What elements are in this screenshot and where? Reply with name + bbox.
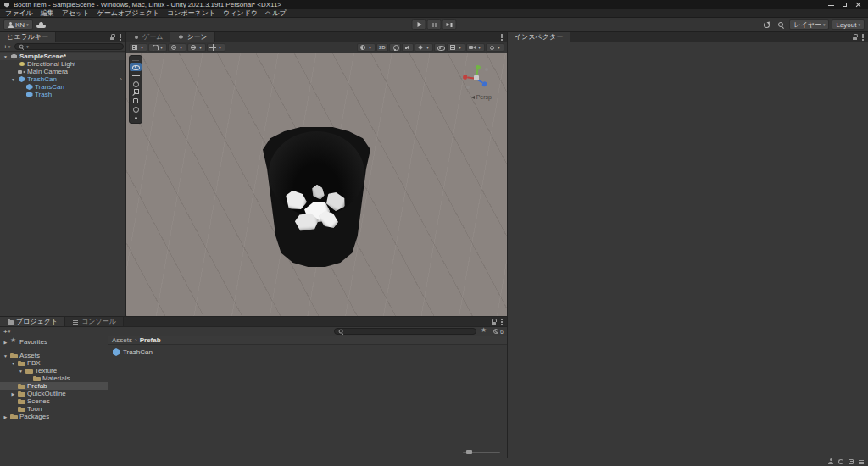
- cloud-services-button[interactable]: [36, 19, 47, 30]
- lock-icon[interactable]: [852, 34, 858, 41]
- project-search[interactable]: [334, 328, 476, 335]
- menu-item[interactable]: 編集: [41, 8, 54, 18]
- undo-history-button[interactable]: [760, 19, 772, 30]
- tab-inspector[interactable]: インスペクター: [508, 32, 570, 42]
- create-object-button[interactable]: +▾: [2, 43, 12, 51]
- play-control-button[interactable]: [442, 19, 457, 30]
- global-search-button[interactable]: [775, 19, 787, 30]
- folder-tree-item[interactable]: Toon: [0, 405, 108, 413]
- foldout-icon[interactable]: ▶: [10, 391, 16, 397]
- scene-tool-button[interactable]: ▾: [466, 43, 485, 52]
- folder-tree-item[interactable]: ▶ QuickOutline: [0, 390, 108, 397]
- window-control-button[interactable]: [837, 0, 851, 9]
- view-tab[interactable]: ゲーム: [126, 32, 170, 42]
- hierarchy-item[interactable]: ▼ SampleScene*: [0, 53, 125, 60]
- menu-item[interactable]: アセット: [62, 8, 90, 18]
- hierarchy-item[interactable]: ▼ TrashCan ›: [0, 75, 125, 83]
- tool-button[interactable]: [130, 105, 142, 114]
- panel-menu-icon[interactable]: [861, 33, 865, 41]
- lock-icon[interactable]: [109, 34, 115, 41]
- scene-tool-button[interactable]: [434, 43, 446, 52]
- palette-grip[interactable]: [132, 58, 139, 61]
- menu-item[interactable]: ウィンドウ: [223, 8, 258, 18]
- foldout-icon[interactable]: ▶: [3, 414, 8, 419]
- hierarchy-item[interactable]: Directional Light: [0, 60, 125, 68]
- negative-axis-icon[interactable]: [485, 68, 488, 71]
- foldout-icon[interactable]: ▼: [18, 369, 24, 374]
- folder-tree-item[interactable]: ▶ Favorites: [0, 338, 108, 346]
- scene-tool-button[interactable]: ▾: [415, 43, 433, 52]
- scene-tool-button[interactable]: ▾: [168, 43, 186, 52]
- tool-button[interactable]: [130, 63, 142, 71]
- scene-tool-button[interactable]: [376, 43, 388, 52]
- foldout-icon[interactable]: ▼: [10, 77, 16, 82]
- menu-item[interactable]: コンポーネント: [167, 8, 215, 18]
- hierarchy-search[interactable]: ▾: [14, 43, 124, 50]
- status-icon[interactable]: [837, 458, 844, 466]
- panel-menu-icon[interactable]: [500, 33, 504, 41]
- status-icon[interactable]: [827, 458, 834, 466]
- hierarchy-search-input[interactable]: [30, 44, 120, 50]
- foldout-icon[interactable]: ▼: [3, 54, 8, 59]
- layout-dropdown[interactable]: Layout ▾: [832, 19, 865, 30]
- foldout-icon[interactable]: ▼: [3, 353, 8, 358]
- status-icon[interactable]: [858, 458, 865, 466]
- lock-icon[interactable]: [491, 319, 497, 325]
- scene-tool-button[interactable]: ▾: [207, 43, 225, 52]
- scene-tool-button[interactable]: ▾: [148, 43, 167, 52]
- menu-item[interactable]: ファイル: [5, 8, 33, 18]
- create-asset-button[interactable]: +▾: [2, 328, 12, 336]
- folder-tree-item[interactable]: Scenes: [0, 397, 108, 405]
- hierarchy-item[interactable]: TransCan: [0, 83, 125, 91]
- hierarchy-item[interactable]: Main Camera: [0, 68, 125, 75]
- folder-tree-item[interactable]: Prefab: [0, 382, 108, 390]
- play-control-button[interactable]: [427, 19, 442, 30]
- play-control-button[interactable]: [412, 19, 426, 30]
- slider-thumb[interactable]: [466, 450, 472, 454]
- folder-tree-item[interactable]: ▼ Assets: [0, 352, 108, 359]
- account-button[interactable]: KN ▾: [3, 19, 33, 30]
- tool-button[interactable]: [130, 97, 142, 105]
- scene-tool-button[interactable]: ▾: [357, 43, 376, 52]
- scene-tool-button[interactable]: [402, 43, 414, 52]
- project-toolbar-button[interactable]: [479, 327, 490, 336]
- folder-tree-item[interactable]: ▼ FBX: [0, 359, 108, 367]
- tool-button[interactable]: [130, 88, 142, 97]
- menu-item[interactable]: ゲームオブジェクト: [97, 8, 160, 18]
- window-control-button[interactable]: [851, 0, 865, 9]
- tab-hierarchy[interactable]: ヒエラルキー: [0, 32, 56, 42]
- scene-tool-button[interactable]: ▾: [187, 43, 206, 52]
- scene-tool-button[interactable]: ▾: [447, 43, 465, 52]
- scene-tool-button[interactable]: [389, 43, 401, 52]
- thumbnail-size-slider[interactable]: [463, 449, 500, 455]
- folder-tree-item[interactable]: Materials: [0, 374, 108, 382]
- scene-viewport[interactable]: Persp: [126, 53, 507, 316]
- tool-button[interactable]: [130, 80, 142, 88]
- negative-axis-icon[interactable]: [466, 86, 470, 89]
- folder-tree-item[interactable]: ▶ Packages: [0, 413, 108, 420]
- menu-item[interactable]: ヘルプ: [265, 8, 287, 18]
- hierarchy-item[interactable]: Trash: [0, 91, 125, 98]
- breadcrumb-root[interactable]: Assets: [112, 336, 132, 344]
- folder-tree-item[interactable]: ▼ Texture: [0, 367, 108, 374]
- scene-tool-button[interactable]: ▾: [129, 43, 147, 52]
- status-icon[interactable]: [848, 458, 854, 466]
- layers-dropdown[interactable]: レイヤー ▾: [789, 19, 829, 30]
- foldout-icon[interactable]: ▼: [10, 361, 16, 366]
- panel-menu-icon[interactable]: [119, 33, 122, 41]
- panel-menu-icon[interactable]: [500, 318, 504, 325]
- bottom-tab[interactable]: コンソール: [65, 317, 124, 326]
- prefab-open-arrow-icon[interactable]: ›: [120, 75, 124, 83]
- project-search-input[interactable]: [346, 329, 473, 335]
- scene-orientation-gizmo[interactable]: [459, 64, 493, 92]
- bottom-tab[interactable]: プロジェクト: [0, 317, 65, 326]
- project-toolbar-button[interactable]: 6: [491, 327, 505, 336]
- trashcan-model[interactable]: [263, 127, 370, 267]
- tool-button[interactable]: [130, 114, 142, 122]
- foldout-icon[interactable]: ▶: [3, 340, 8, 345]
- gizmo-center-cube-icon[interactable]: [474, 75, 479, 80]
- view-tab[interactable]: シーン: [170, 32, 214, 42]
- projection-toggle[interactable]: Persp: [471, 94, 492, 100]
- scene-tool-button[interactable]: ▾: [486, 43, 504, 52]
- asset-item[interactable]: TrashCan: [112, 347, 504, 357]
